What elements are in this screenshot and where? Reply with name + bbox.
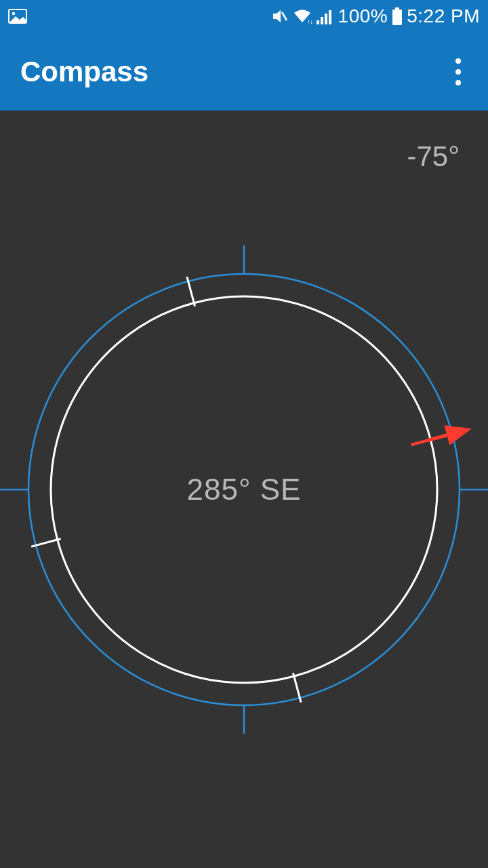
battery-percentage: 100% xyxy=(338,5,388,27)
picture-icon xyxy=(8,9,27,24)
svg-rect-7 xyxy=(329,10,331,24)
svg-rect-4 xyxy=(317,20,319,24)
status-time: 5:22 PM xyxy=(407,5,480,27)
svg-rect-6 xyxy=(325,14,327,24)
svg-rect-9 xyxy=(392,9,402,25)
svg-rect-8 xyxy=(395,7,399,9)
app-title: Compass xyxy=(20,56,449,88)
svg-point-1 xyxy=(12,12,15,15)
app-bar: Compass xyxy=(0,33,488,111)
svg-line-2 xyxy=(282,12,287,20)
signal-icon xyxy=(317,8,334,24)
compass-content: -75° xyxy=(0,111,488,868)
heading-value: 285° SE xyxy=(187,473,302,507)
mute-icon xyxy=(270,7,288,25)
svg-text:↑↓: ↑↓ xyxy=(307,18,312,24)
overflow-menu-icon[interactable] xyxy=(449,52,468,92)
compass-dial[interactable]: 285° SE xyxy=(0,245,488,734)
status-bar: ↑↓ 100% 5:22 PM xyxy=(0,0,488,33)
deviation-value: -75° xyxy=(407,140,460,173)
svg-line-21 xyxy=(411,439,430,445)
svg-rect-5 xyxy=(321,17,323,24)
battery-icon xyxy=(392,7,403,25)
wifi-icon: ↑↓ xyxy=(292,8,312,24)
